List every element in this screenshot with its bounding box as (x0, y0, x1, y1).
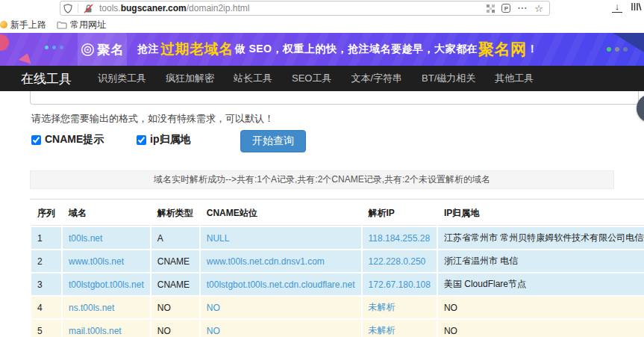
cell-location: 江苏省常州市 常州贝特康姆软件技术有限公司电信数据中心 (438, 227, 644, 249)
banner-decoration-triangle (19, 52, 34, 64)
browser-toolbar: tools.bugscaner.com/domain2ip.html P ⋯ ☆… (0, 0, 644, 16)
cell-ip-link[interactable]: 118.184.255.28 (363, 227, 437, 249)
cname-checkbox[interactable] (31, 135, 41, 145)
cell-domain-link[interactable]: t00lstgbot.t00ls.net (63, 273, 150, 295)
cell-seq: 3 (31, 273, 61, 295)
header-cname: CNAME站位 (201, 201, 361, 226)
cell-ip-link[interactable]: 122.228.0.250 (363, 250, 437, 272)
folder-icon (57, 21, 67, 29)
cell-cname-link[interactable]: NO (201, 297, 361, 318)
header-ip: 解析IP (363, 201, 437, 226)
banner-slogan: 抢注过期老域名做 SEO，权重上的快，抢注域名要趁早，大家都在聚名网！ (137, 33, 538, 66)
table-header-row: 序列 域名 解析类型 CNAME站位 解析IP IP归属地 (31, 201, 644, 226)
url-domain: bugscaner.com (121, 3, 187, 13)
cell-location: NO (438, 297, 644, 318)
cell-ip-link[interactable]: 未解析 (363, 297, 437, 318)
domain-input-textarea[interactable] (30, 91, 639, 105)
bookmark-label: 常用网址 (70, 19, 106, 31)
cell-seq: 1 (31, 227, 61, 249)
nav-item-crypto[interactable]: 疯狂加解密 (156, 72, 224, 85)
cell-type: NO (151, 297, 199, 318)
cell-seq: 2 (31, 250, 61, 272)
juming-logo-icon (81, 43, 95, 57)
cell-type: CNAME (151, 273, 199, 295)
url-path: /domain2ip.html (187, 3, 250, 13)
ip-location-checkbox[interactable] (137, 135, 146, 145)
more-options-icon[interactable]: ⋯ (517, 4, 528, 12)
output-format-hint: 请选择您需要输出的格式，如没有特殊需求，可以默认！ (31, 112, 274, 126)
url-prefix: tools. (99, 3, 121, 13)
url-bar-actions: P ⋯ ☆ (487, 3, 549, 14)
bookmarks-bar: 新手上路 常用网址 (0, 16, 644, 33)
site-nav: 在线工具 识别类工具 疯狂加解密 站长工具 SEO工具 文本/字符串 BT/磁力… (0, 66, 644, 91)
ad-banner-juming[interactable]: 聚名 抢注过期老域名做 SEO，权重上的快，抢注域名要趁早，大家都在聚名网！ (0, 33, 644, 66)
table-row: 5 mail.t00ls.net NO NO 未解析 NO (31, 320, 644, 337)
table-row: 1 t00ls.net A NULL 118.184.255.28 江苏省常州市… (31, 227, 644, 249)
library-icon[interactable] (631, 1, 642, 12)
cell-type: A (151, 227, 199, 249)
nav-brand-online-tools[interactable]: 在线工具 (21, 70, 72, 87)
cell-domain-link[interactable]: t00ls.net (63, 227, 150, 249)
juming-logo: 聚名 (78, 33, 127, 66)
divider (78, 4, 78, 13)
result-table-container: 序列 域名 解析类型 CNAME站位 解析IP IP归属地 1 t00ls.ne… (30, 199, 614, 337)
start-query-button[interactable]: 开始查询 (240, 130, 306, 152)
nav-item-text-string[interactable]: 文本/字符串 (341, 72, 412, 85)
qr-code-icon[interactable] (487, 4, 495, 13)
banner-decoration-dots-right (607, 47, 628, 52)
banner-decoration-circle (0, 34, 9, 51)
cell-location: 浙江省温州市 电信 (438, 250, 644, 272)
cname-checkbox-label[interactable]: CNAME提示 (31, 133, 104, 146)
bookmark-item-newbie[interactable]: 新手上路 (3, 19, 46, 31)
shield-icon[interactable] (60, 4, 75, 13)
cell-seq: 4 (31, 297, 61, 318)
table-row: 4 ns.t00ls.net NO NO 未解析 NO (31, 297, 644, 318)
cell-location: NO (438, 320, 644, 337)
cell-domain-link[interactable]: mail.t00ls.net (63, 320, 150, 337)
extension-icon[interactable]: P (501, 4, 510, 13)
table-row: 2 www.t00ls.net CNAME www.t00ls.net.cdn.… (31, 250, 644, 272)
download-icon[interactable]: ↓ (612, 1, 622, 13)
header-domain: 域名 (63, 201, 150, 226)
cell-type: NO (151, 320, 199, 337)
cell-location: 美国 CloudFlare节点 (438, 273, 644, 295)
cell-cname-link[interactable]: t00lstgbot.t00ls.net.cdn.cloudflare.net (201, 273, 361, 295)
url-bar[interactable]: tools.bugscaner.com/domain2ip.html P ⋯ ☆ (60, 1, 550, 16)
nav-item-other[interactable]: 其他工具 (485, 72, 543, 85)
cell-ip-link[interactable]: 172.67.180.108 (363, 273, 437, 295)
nav-item-seo[interactable]: SEO工具 (282, 72, 341, 85)
ip-location-checkbox-label[interactable]: ip归属地 (137, 133, 190, 146)
cell-cname-link[interactable]: NO (201, 320, 361, 337)
page: tools.bugscaner.com/domain2ip.html P ⋯ ☆… (0, 0, 644, 337)
bookmark-folder-common[interactable]: 常用网址 (57, 19, 106, 31)
url-text[interactable]: tools.bugscaner.com/domain2ip.html (99, 3, 487, 13)
bookmark-star-icon[interactable]: ☆ (534, 3, 543, 14)
insecure-lock-icon[interactable] (81, 4, 96, 13)
cell-ip-link[interactable]: 未解析 (363, 320, 437, 337)
header-location: IP归属地 (438, 201, 644, 226)
cell-seq: 5 (31, 320, 61, 337)
cell-domain-link[interactable]: ns.t00ls.net (63, 297, 150, 318)
cell-cname-link[interactable]: www.t00ls.net.cdn.dnsv1.com (201, 250, 361, 272)
status-message: 域名实时解析成功-->共有:1个A记录,共有:2个CNAME记录,共有:2个未设… (154, 173, 490, 186)
cell-cname-link[interactable]: NULL (201, 227, 361, 249)
cell-type: CNAME (151, 250, 199, 272)
nav-item-webmaster[interactable]: 站长工具 (224, 72, 282, 85)
nav-item-recognition[interactable]: 识别类工具 (88, 72, 156, 85)
header-type: 解析类型 (151, 201, 199, 226)
bookmark-label: 新手上路 (10, 19, 46, 31)
cell-domain-link[interactable]: www.t00ls.net (63, 250, 150, 272)
nav-item-bt-magnet[interactable]: BT/磁力相关 (412, 72, 485, 85)
juming-logo-text: 聚名 (98, 41, 125, 58)
bookmark-favicon-icon (0, 21, 7, 28)
table-row: 3 t00lstgbot.t00ls.net CNAME t00lstgbot.… (31, 273, 644, 295)
banner-decoration-dots-left (45, 46, 63, 49)
header-seq: 序列 (31, 201, 61, 226)
result-status-bar: 域名实时解析成功-->共有:1个A记录,共有:2个CNAME记录,共有:2个未设… (30, 170, 614, 189)
dns-result-table: 序列 域名 解析类型 CNAME站位 解析IP IP归属地 1 t00ls.ne… (30, 199, 644, 337)
